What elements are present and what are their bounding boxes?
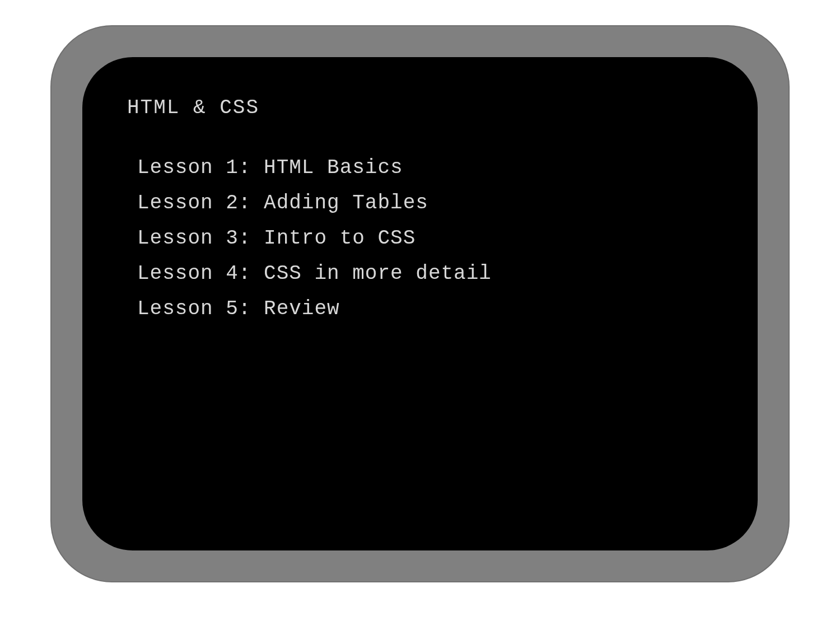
lesson-item: Lesson 2: Adding Tables <box>137 185 724 221</box>
lesson-item: Lesson 1: HTML Basics <box>137 150 724 185</box>
lesson-list: Lesson 1: HTML Basics Lesson 2: Adding T… <box>127 150 724 326</box>
monitor-screen: HTML & CSS Lesson 1: HTML Basics Lesson … <box>82 57 758 550</box>
lesson-item: Lesson 4: CSS in more detail <box>137 256 724 291</box>
lesson-item: Lesson 3: Intro to CSS <box>137 221 724 256</box>
lesson-item: Lesson 5: Review <box>137 291 724 326</box>
screen-title: HTML & CSS <box>127 96 724 119</box>
monitor-frame: HTML & CSS Lesson 1: HTML Basics Lesson … <box>50 25 790 582</box>
